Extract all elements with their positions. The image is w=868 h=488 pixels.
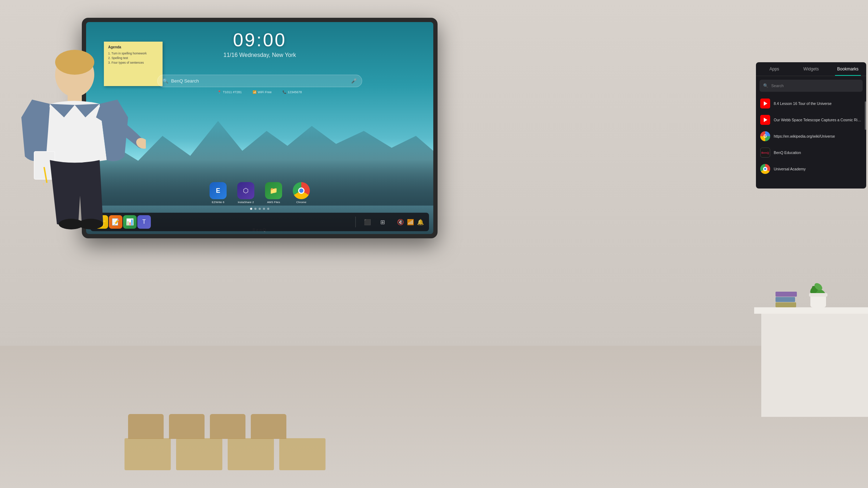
dot-1 [250,208,252,210]
time-display: 09:00 11/16 Wednesday, New York [223,29,296,58]
chair-3 [210,414,245,439]
desk-row [125,438,326,470]
plant-leaves [804,275,832,307]
ams-label: AMS Files [267,201,280,204]
pot-rim [809,293,827,297]
bookmarks-panel: Apps Widgets Bookmarks 🔍 8.4 Lesson 16 T… [756,62,866,189]
mute-button[interactable]: 🔇 [397,219,404,226]
panel-search-icon: 🔍 [763,83,768,88]
bell-button[interactable]: 🔔 [417,219,424,226]
bookmark-text-4: Universal Academy [774,167,862,171]
classroom-desks-area [125,364,779,470]
desk-3 [228,438,274,470]
dot-4 [263,208,265,210]
yt-play-icon-1 [764,118,767,122]
panel-scrollbar[interactable] [865,98,866,189]
chair-1 [128,414,164,439]
shelf-surface [754,307,868,314]
panel-search-bar[interactable]: 🔍 [760,80,863,92]
teacher-svg [18,46,146,313]
desk-2 [176,438,222,470]
device-id: 📍 T1011 #7281 [217,90,242,94]
bookmark-title-0: 8.4 Lesson 16 Tour of the Universe [774,101,862,106]
app-ezwrite[interactable]: E EZWrite 6 [210,182,227,204]
chrome-favicon-4 [760,164,770,174]
tab-widgets[interactable]: Widgets [793,62,829,76]
bookmark-title-4: Universal Academy [774,167,862,171]
books-container [776,292,797,307]
tab-bookmarks[interactable]: Bookmarks [830,62,866,76]
chair-4 [251,414,286,439]
right-furniture [743,257,868,417]
bookmark-text-1: Our Webb Space Telescope Captures a Cosm… [774,118,862,122]
ams-icon: 📁 [265,182,282,199]
bookmark-title-3: BenQ Education [774,150,862,155]
benq-favicon-3: BenQ [760,148,770,158]
panel-scrollbar-thumb [865,101,866,130]
dot-3 [259,208,261,210]
desk-1 [125,438,171,470]
dot-5 [267,208,269,210]
instashare-icon: ⬡ [237,182,254,199]
youtube-favicon-0 [760,99,770,108]
dot-2 [254,208,256,210]
plant-container [804,275,832,307]
chair-2 [169,414,205,439]
white-cabinet [761,310,868,417]
benq-logo-text: BenQ [761,151,769,154]
wifi-button[interactable]: 📶 [407,219,414,226]
youtube-favicon-1 [760,115,770,125]
teacher-figure [18,46,146,314]
desk-4 [279,438,326,470]
bookmark-title-2: https://en.wikipedia.org/wiki/Universe [774,134,862,138]
bookmark-text-2: https://en.wikipedia.org/wiki/Universe [774,134,862,138]
book-3 [776,302,796,307]
app-ams[interactable]: 📁 AMS Files [265,182,282,204]
app-chrome[interactable]: Chrome [293,182,310,204]
wifi-status: 📶 WiFi Free [253,90,272,94]
bookmark-item-1[interactable]: Our Webb Space Telescope Captures a Cosm… [756,112,866,128]
panel-search-input[interactable] [771,84,859,88]
bookmark-text-3: BenQ Education [774,150,862,155]
taskbar-right: 🔇 📶 🔔 [392,219,429,226]
chair-row [128,414,286,439]
yt-play-icon-0 [764,101,767,106]
svg-point-1 [55,50,94,75]
taskbar-divider [355,217,356,227]
input-source-button[interactable]: ⬛ [361,215,374,229]
book-1 [776,292,797,297]
bookmark-text-0: 8.4 Lesson 16 Tour of the Universe [774,101,862,106]
search-text: BenQ Search [171,78,351,84]
phone-number: 📞 12345678 [282,90,302,94]
instashare-label: InstaShare 2 [238,201,254,204]
bookmark-item-4[interactable]: Universal Academy [756,161,866,177]
chrome-app-icon [293,182,310,199]
mic-icon: 🎤 [351,78,357,84]
book-2 [776,297,795,302]
ezwrite-icon: E [210,182,227,199]
svg-marker-9 [43,183,45,187]
search-bar[interactable]: 🔍 BenQ Search 🎤 [157,75,362,87]
tab-apps[interactable]: Apps [756,62,793,76]
date-display: 11/16 Wednesday, New York [223,52,296,58]
pot-body [810,295,826,307]
app-instashare[interactable]: ⬡ InstaShare 2 [237,182,254,204]
chrome-label: Chrome [296,201,306,204]
bookmark-item-2[interactable]: https://en.wikipedia.org/wiki/Universe [756,128,866,144]
search-icon: 🔍 [163,78,168,84]
grid-button[interactable]: ⊞ [376,215,389,229]
bookmark-item-3[interactable]: BenQ BenQ Education [756,144,866,161]
bookmark-item-0[interactable]: 8.4 Lesson 16 Tour of the Universe [756,95,866,112]
panel-tabs: Apps Widgets Bookmarks [756,62,866,76]
svg-point-7 [78,219,103,229]
clock: 09:00 [223,29,296,51]
google-favicon-2 [760,131,770,141]
bookmark-title-1: Our Webb Space Telescope Captures a Cosm… [774,118,862,122]
bookmark-list: 8.4 Lesson 16 Tour of the Universe Our W… [756,94,866,189]
ezwrite-label: EZWrite 6 [212,201,224,204]
